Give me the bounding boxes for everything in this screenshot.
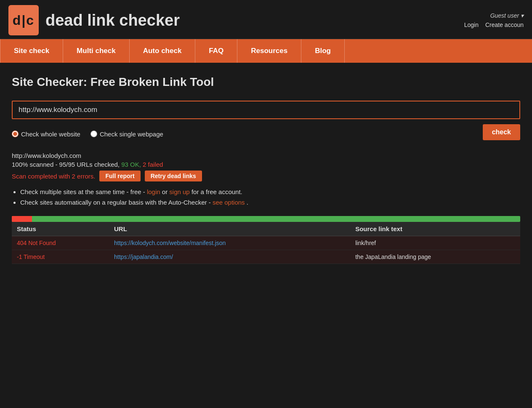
- table-row: -1 Timeout https://japalandia.com/ the J…: [12, 250, 520, 264]
- login-link-inline[interactable]: login: [147, 188, 160, 195]
- scan-line-text: 100% scanned - 95/95 URLs checked,: [12, 161, 120, 168]
- results-table: Status URL Source link text 404 Not Foun…: [12, 222, 520, 264]
- radio-single-page[interactable]: Check single webpage: [90, 131, 163, 138]
- radio-whole-label: Check whole website: [21, 131, 80, 138]
- link-text-cell: the JapaLandia landing page: [350, 250, 520, 264]
- radio-whole-website[interactable]: Check whole website: [12, 131, 80, 138]
- header-right: Guest user ▾ Login Create accoun: [464, 12, 524, 28]
- url-cell: https://japalandia.com/: [109, 250, 350, 264]
- result-url: http://www.kolodych.com: [12, 152, 520, 159]
- full-report-button[interactable]: Full report: [99, 171, 140, 181]
- page-title: Site Checker: Free Broken Link Tool: [12, 75, 520, 89]
- url-cell: https://kolodych.com/website/manifest.js…: [109, 236, 350, 250]
- nav-faq[interactable]: FAQ: [195, 39, 237, 63]
- scan-status: 100% scanned - 95/95 URLs checked, 93 OK…: [12, 161, 520, 168]
- site-title: dead link checker: [45, 11, 180, 29]
- logo-box: d|c: [8, 5, 39, 35]
- link-text-cell: link/href: [350, 236, 520, 250]
- see-options-link[interactable]: see options: [213, 199, 245, 206]
- url-link[interactable]: https://kolodych.com/website/manifest.js…: [114, 240, 226, 246]
- nav-blog[interactable]: Blog: [301, 39, 345, 63]
- info-item-1: Check multiple sites at the same time - …: [20, 188, 520, 195]
- table-header-row: Status URL Source link text: [12, 222, 520, 236]
- status-cell: -1 Timeout: [12, 250, 109, 264]
- info-2-after: .: [247, 199, 248, 206]
- info-list: Check multiple sites at the same time - …: [12, 188, 520, 206]
- progress-bar: [12, 216, 520, 222]
- info-1-middle: or: [162, 188, 170, 195]
- create-account-link[interactable]: Create accoun: [485, 21, 524, 28]
- radio-single-input[interactable]: [90, 131, 97, 137]
- logo-icon: d|c: [13, 13, 35, 28]
- header-left: d|c dead link checker: [8, 5, 180, 35]
- ok-count: 93 OK,: [121, 161, 141, 168]
- nav-auto-check[interactable]: Auto check: [130, 39, 196, 63]
- header: d|c dead link checker Guest user ▾ Login…: [0, 0, 532, 39]
- nav-resources[interactable]: Resources: [237, 39, 301, 63]
- scan-error-line: Scan completed with 2 errors. Full repor…: [12, 171, 520, 181]
- table-row: 404 Not Found https://kolodych.com/websi…: [12, 236, 520, 250]
- info-2-before: Check sites automatically on a regular b…: [20, 199, 213, 206]
- col-url: URL: [109, 222, 350, 236]
- login-link[interactable]: Login: [464, 21, 479, 28]
- url-link[interactable]: https://japalandia.com/: [114, 253, 173, 260]
- url-input[interactable]: [12, 101, 520, 119]
- fail-count: 2 failed: [143, 161, 163, 168]
- info-1-after: for a free account.: [192, 188, 242, 195]
- radio-row: Check whole website Check single webpage: [12, 131, 163, 138]
- info-1-before: Check multiple sites at the same time - …: [20, 188, 147, 195]
- status-cell: 404 Not Found: [12, 236, 109, 250]
- check-button[interactable]: check: [483, 124, 520, 140]
- col-link-text: Source link text: [350, 222, 520, 236]
- radio-whole-input[interactable]: [12, 131, 19, 137]
- results-area: http://www.kolodych.com 100% scanned - 9…: [12, 152, 520, 264]
- nav-multi-check[interactable]: Multi check: [63, 39, 130, 63]
- scan-error-text: Scan completed with 2 errors.: [12, 173, 95, 180]
- progress-bar-red: [12, 216, 32, 222]
- col-status: Status: [12, 222, 109, 236]
- url-input-container: [12, 101, 520, 119]
- header-links: Login Create accoun: [464, 21, 524, 28]
- info-item-2: Check sites automatically on a regular b…: [20, 199, 520, 206]
- retry-dead-links-button[interactable]: Retry dead links: [145, 171, 202, 181]
- main-content: Site Checker: Free Broken Link Tool Chec…: [0, 63, 532, 277]
- nav-site-check[interactable]: Site check: [0, 39, 63, 63]
- nav-bar: Site check Multi check Auto check FAQ Re…: [0, 39, 532, 63]
- guest-user-label[interactable]: Guest user ▾: [490, 12, 524, 19]
- signup-link-inline[interactable]: sign up: [169, 188, 189, 195]
- radio-single-label: Check single webpage: [100, 131, 163, 138]
